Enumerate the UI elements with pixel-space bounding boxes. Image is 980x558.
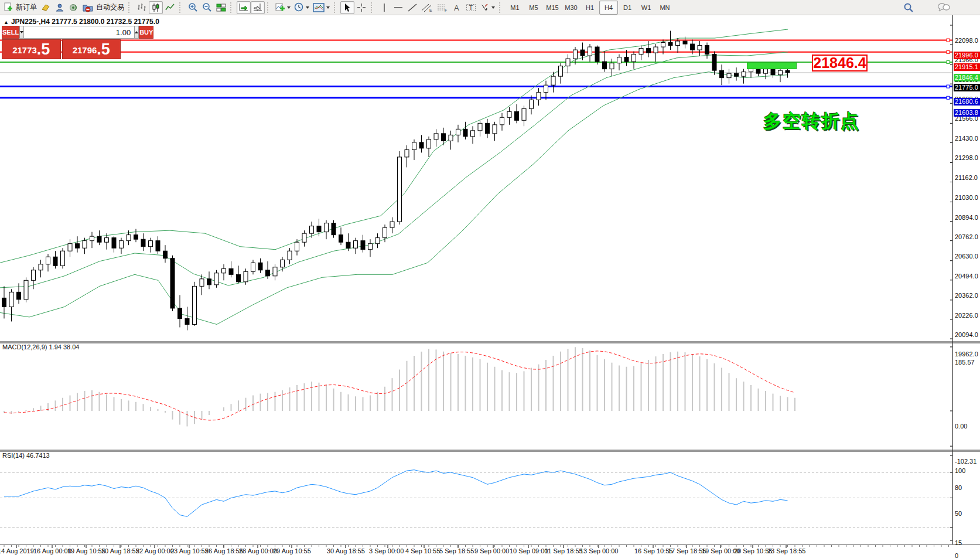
signal-button[interactable] [67, 1, 81, 14]
date-tick-label: 20 Aug 18:55 [101, 547, 139, 554]
date-tick-label: 23 Sep 18:55 [767, 547, 805, 554]
candle [90, 236, 94, 241]
chart-plot-svg[interactable] [0, 15, 980, 558]
templates-button[interactable] [311, 1, 332, 14]
chat-icon [937, 2, 950, 12]
vertical-line-tool-button[interactable] [377, 1, 391, 14]
zoom-out-button[interactable] [200, 1, 214, 14]
axis-tick-label: 0 [955, 552, 980, 558]
candle [764, 69, 768, 74]
periods-button[interactable] [292, 1, 311, 14]
template-icon [313, 3, 325, 12]
candle [463, 129, 467, 137]
candle [412, 142, 416, 150]
candle [588, 47, 592, 56]
timeframe-m5[interactable]: M5 [524, 1, 543, 15]
crosshair-icon [357, 3, 366, 12]
candle [68, 244, 72, 251]
fibonacci-tool-button[interactable]: F [435, 1, 450, 14]
axis-tick-label: 21162.0 [955, 174, 980, 181]
journal-button[interactable] [39, 1, 53, 14]
timeframe-d1[interactable]: D1 [618, 1, 637, 15]
chevron-down-icon [491, 6, 495, 9]
bar-chart-button[interactable] [135, 1, 149, 14]
text-tool-button[interactable]: A [450, 1, 464, 14]
text-label-tool-button[interactable]: T [464, 1, 478, 14]
crosshair-tool-button[interactable] [354, 1, 368, 14]
candle [390, 222, 394, 227]
candle [683, 41, 687, 44]
timeframe-mn[interactable]: MN [655, 1, 674, 15]
candle [551, 76, 555, 85]
candle [222, 268, 226, 273]
date-tick-label: 17 Sep 18:55 [668, 547, 706, 554]
candle [310, 226, 314, 234]
auto-scroll-icon [239, 3, 248, 12]
auto-trading-button[interactable]: 自动交易 [81, 1, 126, 14]
sell-price-display[interactable]: 21773.5 [2, 39, 61, 59]
candle [581, 50, 585, 56]
candle [537, 93, 541, 100]
auto-scroll-button[interactable] [237, 1, 251, 14]
collapse-icon[interactable]: ▲ [4, 19, 9, 25]
volume-increase-button[interactable] [134, 26, 139, 39]
sell-button[interactable]: SELL [2, 26, 19, 39]
line-chart-button[interactable] [163, 1, 177, 14]
candle [778, 70, 783, 75]
svg-text:A: A [454, 4, 459, 12]
candle [449, 135, 453, 141]
candle [544, 85, 548, 93]
chat-button[interactable] [935, 1, 952, 14]
candle [456, 129, 460, 135]
profile-icon [54, 3, 65, 12]
new-order-label: 新订单 [16, 2, 37, 12]
toolbar-separator [128, 2, 132, 13]
date-tick-label: 23 Aug 10:55 [170, 547, 209, 554]
candle [566, 59, 570, 66]
indicators-button[interactable] [274, 1, 292, 14]
chart-title: ▲JPN225-,H4 21777.5 21800.0 21732.5 2177… [4, 18, 159, 26]
volume-input[interactable] [24, 26, 134, 39]
toolbar-separator [499, 2, 503, 13]
timeframe-h4[interactable]: H4 [599, 1, 618, 15]
channel-tool-button[interactable]: E [419, 1, 435, 14]
timeframe-m1[interactable]: M1 [506, 1, 524, 15]
buy-price-display[interactable]: 21796.5 [62, 39, 121, 59]
axis-tick-label: 15 [955, 539, 980, 546]
candle [46, 257, 50, 264]
shapes-tool-button[interactable] [478, 1, 497, 14]
chart-shift-button[interactable] [251, 1, 265, 14]
price-callout-label[interactable]: 21846.4 [812, 55, 868, 72]
candlestick-chart-button[interactable] [149, 1, 163, 14]
candle [53, 257, 57, 266]
timeframe-w1[interactable]: W1 [637, 1, 655, 15]
axis-tick-label: 21030.0 [955, 194, 980, 201]
date-tick-label: 11 Sep 18:55 [545, 547, 583, 554]
tile-windows-button[interactable] [214, 1, 228, 14]
timeframe-m15[interactable]: M15 [543, 1, 562, 15]
cursor-tool-button[interactable] [340, 1, 354, 14]
candle [735, 73, 739, 76]
timeframe-m30[interactable]: M30 [562, 1, 581, 15]
candle [624, 57, 629, 62]
trendline-tool-button[interactable] [405, 1, 419, 14]
zoom-in-button[interactable] [186, 1, 200, 14]
axis-tick-label: 100 [955, 467, 980, 474]
volume-decrease-button[interactable] [19, 26, 24, 39]
toolbar-separator [179, 2, 183, 13]
axis-tick-label: 19962.0 [955, 351, 980, 358]
timeframe-h1[interactable]: H1 [581, 1, 599, 15]
candle [354, 241, 358, 249]
macd-label: MACD(12,26,9) 1.94 38.04 [2, 343, 79, 351]
signal-icon [69, 3, 79, 12]
buy-button[interactable]: BUY [139, 26, 153, 39]
search-button[interactable] [902, 1, 916, 14]
horizontal-line-tool-button[interactable] [391, 1, 405, 14]
auto-trading-label: 自动交易 [96, 2, 124, 12]
profile-button[interactable] [53, 1, 67, 14]
highlight-rectangle[interactable] [747, 62, 797, 69]
candle [332, 223, 336, 235]
price-tag: 21996.0 [954, 52, 980, 59]
chart-annotation-text[interactable]: 多空转折点 [763, 109, 860, 134]
new-order-button[interactable]: 新订单 [2, 1, 39, 14]
